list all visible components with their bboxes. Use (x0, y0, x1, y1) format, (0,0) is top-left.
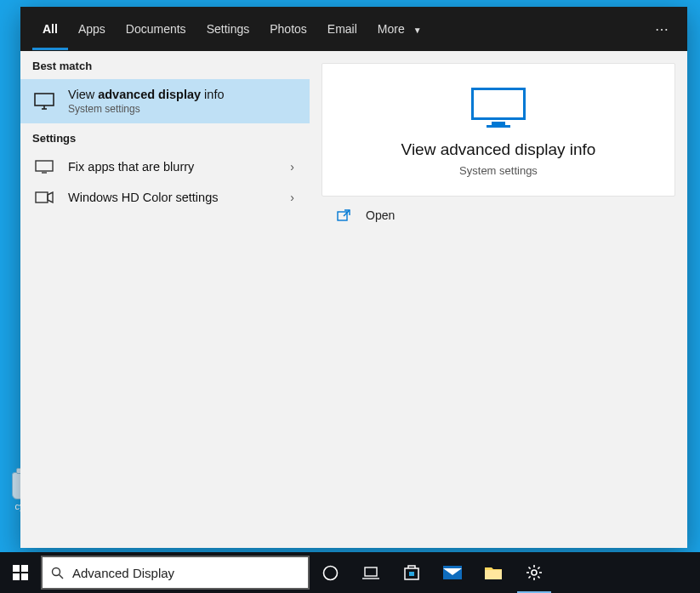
cortana-button[interactable] (310, 552, 350, 593)
chevron-right-icon: › (290, 160, 298, 174)
action-open[interactable]: Open (322, 197, 675, 234)
tab-email[interactable]: Email (317, 9, 367, 50)
result-best-match[interactable]: View advanced display info System settin… (20, 79, 310, 123)
svg-point-8 (53, 567, 60, 575)
tab-more[interactable]: More ▼ (367, 9, 432, 50)
tab-all[interactable]: All (32, 9, 68, 50)
taskbar-icons (310, 552, 555, 593)
tab-settings[interactable]: Settings (196, 9, 260, 50)
search-tab-strip: All Apps Documents Settings Photos Email… (20, 7, 687, 51)
detail-subtitle: System settings (339, 164, 657, 177)
taskbar-app-settings[interactable] (514, 552, 555, 593)
search-icon (51, 567, 64, 579)
more-options-button[interactable]: ⋯ (645, 14, 680, 44)
tab-documents[interactable]: Documents (116, 9, 196, 50)
detail-pane: View advanced display info System settin… (310, 51, 687, 548)
tab-more-label: More (378, 22, 405, 36)
result-title-pre: View (68, 88, 98, 101)
tab-photos[interactable]: Photos (259, 9, 317, 50)
svg-point-18 (532, 570, 537, 575)
result-fix-blurry-apps[interactable]: Fix apps that are blurry › (20, 151, 310, 182)
result-text: Windows HD Color settings (68, 191, 278, 204)
section-header-best-match: Best match (20, 51, 310, 79)
svg-line-9 (60, 574, 64, 579)
start-button[interactable] (0, 552, 41, 593)
chevron-right-icon: › (290, 191, 298, 204)
svg-rect-17 (485, 570, 502, 579)
result-hd-color-settings[interactable]: Windows HD Color settings › (20, 182, 310, 213)
search-input[interactable] (72, 566, 299, 580)
open-icon (337, 209, 354, 221)
taskbar-search-box[interactable] (41, 556, 310, 590)
task-view-button[interactable] (350, 552, 391, 593)
chevron-down-icon: ▼ (413, 26, 422, 35)
result-title: Windows HD Color settings (68, 191, 278, 204)
svg-line-25 (529, 576, 531, 578)
svg-rect-3 (36, 161, 53, 171)
result-subtitle: System settings (68, 103, 298, 115)
section-header-settings: Settings (20, 123, 310, 151)
monitor-icon (32, 160, 56, 174)
taskbar-app-mail[interactable] (432, 552, 473, 593)
search-tabs: All Apps Documents Settings Photos Email… (32, 9, 432, 50)
svg-rect-5 (36, 192, 48, 202)
monitor-large-icon (471, 88, 526, 125)
results-pane: Best match View advanced display info Sy… (20, 51, 310, 548)
svg-rect-16 (443, 566, 462, 568)
result-text: View advanced display info System settin… (68, 88, 298, 115)
svg-point-10 (323, 566, 337, 579)
result-text: Fix apps that are blurry (68, 160, 278, 174)
windows-logo-icon (13, 565, 28, 580)
monitor-icon (32, 93, 56, 110)
search-panel-body: Best match View advanced display info Sy… (20, 51, 687, 548)
svg-rect-6 (338, 212, 347, 220)
action-open-label: Open (366, 208, 395, 222)
result-title-bold: advanced display (98, 88, 201, 101)
result-title: View advanced display info (68, 88, 298, 101)
taskbar (0, 552, 700, 593)
taskbar-app-explorer[interactable] (473, 552, 514, 593)
svg-line-26 (538, 567, 539, 569)
svg-line-23 (529, 567, 531, 569)
result-title-post: info (201, 88, 224, 101)
svg-rect-14 (409, 572, 414, 576)
detail-card: View advanced display info System settin… (322, 63, 675, 197)
detail-title: View advanced display info (339, 140, 657, 159)
tab-apps[interactable]: Apps (68, 9, 116, 50)
svg-line-24 (538, 576, 539, 578)
svg-rect-0 (35, 94, 54, 105)
result-title: Fix apps that are blurry (68, 160, 278, 174)
taskbar-app-store[interactable] (391, 552, 432, 593)
svg-rect-11 (365, 567, 377, 576)
camera-icon (32, 191, 56, 203)
start-search-panel: All Apps Documents Settings Photos Email… (20, 7, 687, 548)
